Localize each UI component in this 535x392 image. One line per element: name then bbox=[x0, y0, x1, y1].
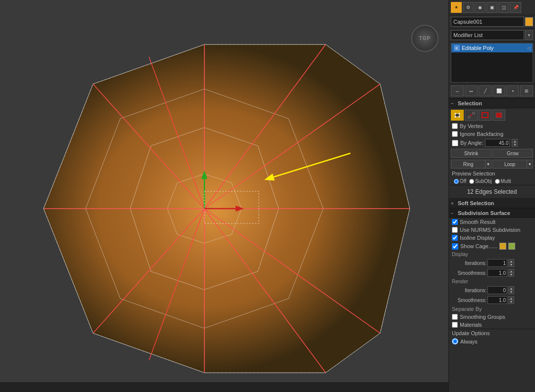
preview-off-label: Off bbox=[460, 178, 466, 184]
preview-multi-item[interactable]: Multi bbox=[495, 178, 511, 184]
render-smoothness-down[interactable]: ▼ bbox=[508, 300, 514, 304]
ignore-backfacing-checkbox[interactable] bbox=[452, 131, 458, 137]
svg-rect-46 bbox=[496, 113, 502, 118]
modifier-editable-poly-icon: E bbox=[453, 44, 460, 51]
object-name-row bbox=[449, 15, 535, 29]
display-iterations-down[interactable]: ▼ bbox=[508, 263, 514, 267]
object-color-swatch[interactable] bbox=[525, 17, 533, 26]
show-cage-checkbox[interactable] bbox=[452, 243, 458, 250]
by-angle-down[interactable]: ▼ bbox=[512, 143, 518, 147]
ignore-backfacing-row: Ignore Backfacing bbox=[449, 130, 535, 138]
modifier-editable-poly-name: Editable Poly bbox=[462, 45, 526, 51]
render-iterations-up[interactable]: ▲ bbox=[508, 286, 514, 290]
top-toolbar: ☀ ⚙ ◉ ▣ ◫ 📌 bbox=[449, 0, 535, 15]
display-smoothness-input[interactable] bbox=[487, 269, 507, 277]
motion-icon[interactable]: ⚙ bbox=[463, 2, 474, 13]
by-angle-row: By Angle: ▲ ▼ bbox=[449, 138, 535, 148]
right-panel: ☀ ⚙ ◉ ▣ ◫ 📌 ▼ E Editable Poly ◁ ↔ ••• ╱ … bbox=[448, 0, 535, 392]
by-angle-value[interactable] bbox=[485, 139, 510, 147]
update-options-label: Update Options bbox=[449, 329, 535, 337]
svg-point-41 bbox=[459, 116, 460, 118]
pin-icon[interactable]: 📌 bbox=[510, 2, 521, 13]
selection-collapse-icon: − bbox=[451, 101, 456, 106]
preview-off-item[interactable]: Off bbox=[454, 178, 466, 184]
edge-subobj-icon[interactable]: ╱ bbox=[479, 86, 491, 96]
by-angle-up[interactable]: ▲ bbox=[512, 139, 518, 143]
separate-by-label: Separate By bbox=[449, 305, 535, 313]
render-iterations-down[interactable]: ▼ bbox=[508, 290, 514, 294]
modifier-pin-icon: ◁ bbox=[527, 45, 531, 50]
display-iterations-input[interactable] bbox=[487, 259, 507, 267]
border-sel-mode-icon[interactable] bbox=[479, 110, 491, 121]
by-angle-checkbox[interactable] bbox=[452, 140, 458, 146]
by-vertex-checkbox[interactable] bbox=[452, 123, 458, 129]
materials-checkbox[interactable] bbox=[452, 322, 458, 328]
ring-button[interactable]: Ring bbox=[451, 160, 486, 169]
svg-rect-37 bbox=[455, 114, 459, 117]
edge-sel-mode-icon[interactable] bbox=[465, 110, 478, 121]
show-cage-color2[interactable] bbox=[508, 243, 515, 250]
isoline-display-row: Isoline Display bbox=[449, 234, 535, 242]
use-nurms-checkbox[interactable] bbox=[452, 227, 458, 233]
utilities-icon[interactable]: ▣ bbox=[486, 2, 497, 13]
preview-off-radio[interactable] bbox=[454, 179, 459, 184]
show-cage-color1[interactable] bbox=[499, 243, 506, 250]
smoothing-groups-label: Smoothing Groups bbox=[460, 314, 505, 320]
svg-point-40 bbox=[455, 116, 456, 118]
subdivision-surface-title: Subdivision Surface bbox=[458, 210, 510, 216]
svg-rect-44 bbox=[473, 112, 475, 114]
subdivision-surface-header[interactable]: − Subdivision Surface bbox=[449, 208, 535, 218]
selection-section-header[interactable]: − Selection bbox=[449, 98, 535, 108]
shrink-grow-row: Shrink Grow bbox=[449, 148, 535, 159]
display-icon[interactable]: ◉ bbox=[475, 2, 486, 13]
viewport-bottom bbox=[0, 382, 448, 392]
smooth-result-checkbox[interactable] bbox=[452, 219, 458, 225]
modifier-list-input[interactable] bbox=[451, 30, 524, 40]
display-iterations-row: Iterations: ▲ ▼ bbox=[449, 258, 535, 268]
display-iterations-up[interactable]: ▲ bbox=[508, 259, 514, 263]
polygon-sel-mode-icon[interactable] bbox=[492, 110, 505, 121]
loop-arrow[interactable]: ▼ bbox=[527, 160, 533, 169]
grow-button[interactable]: Grow bbox=[492, 149, 533, 158]
preview-radio-group: Off SubObj Multi bbox=[454, 178, 511, 184]
element-subobj-icon[interactable]: ⊞ bbox=[520, 86, 533, 96]
move-subobj-icon[interactable]: ↔ bbox=[451, 86, 464, 96]
loop-button[interactable]: Loop bbox=[492, 160, 527, 169]
display-smoothness-row: Smoothness: ▲ ▼ bbox=[449, 268, 535, 278]
viewport[interactable]: TOP bbox=[0, 0, 448, 392]
polygon-subobj-icon[interactable]: ▪ bbox=[506, 86, 519, 96]
render-iterations-input[interactable] bbox=[487, 286, 507, 294]
ring-arrow[interactable]: ▼ bbox=[486, 160, 491, 169]
vertex-sel-mode-icon[interactable] bbox=[451, 110, 464, 121]
display-smoothness-down[interactable]: ▼ bbox=[508, 273, 514, 277]
shrink-button[interactable]: Shrink bbox=[451, 149, 491, 158]
display-iterations-label: Iterations: bbox=[452, 261, 486, 266]
modifier-item-editable-poly[interactable]: E Editable Poly ◁ bbox=[451, 44, 533, 52]
preview-subobj-label: SubObj bbox=[475, 178, 491, 184]
preview-subobj-item[interactable]: SubObj bbox=[469, 178, 491, 184]
smoothing-groups-checkbox[interactable] bbox=[452, 314, 458, 320]
svg-point-39 bbox=[459, 113, 460, 115]
update-always-radio[interactable] bbox=[452, 338, 458, 345]
modifier-list-arrow[interactable]: ▼ bbox=[525, 30, 533, 40]
border-subobj-icon[interactable]: ⬜ bbox=[492, 86, 505, 96]
modifier-stack: E Editable Poly ◁ bbox=[451, 43, 533, 83]
extras-icon[interactable]: ◫ bbox=[498, 2, 509, 13]
vertex-subobj-icon[interactable]: ••• bbox=[465, 86, 478, 96]
display-smoothness-up[interactable]: ▲ bbox=[508, 269, 514, 273]
modifier-list-row: ▼ bbox=[449, 29, 535, 42]
render-smoothness-input[interactable] bbox=[487, 296, 507, 304]
preview-radio-row: Off SubObj Multi bbox=[449, 177, 535, 185]
selection-title: Selection bbox=[458, 100, 482, 106]
object-name-input[interactable] bbox=[451, 17, 524, 27]
by-angle-label: By Angle: bbox=[460, 140, 483, 146]
isoline-display-checkbox[interactable] bbox=[452, 235, 458, 241]
smooth-result-row: Smooth Result bbox=[449, 218, 535, 226]
render-smoothness-up[interactable]: ▲ bbox=[508, 296, 514, 300]
soft-selection-header[interactable]: + Soft Selection bbox=[449, 198, 535, 208]
hierarchy-icon[interactable]: ☀ bbox=[451, 2, 462, 13]
isoline-display-label: Isoline Display bbox=[460, 235, 495, 241]
materials-row: Materials bbox=[449, 321, 535, 329]
preview-multi-radio[interactable] bbox=[495, 179, 500, 184]
preview-subobj-radio[interactable] bbox=[469, 179, 474, 184]
